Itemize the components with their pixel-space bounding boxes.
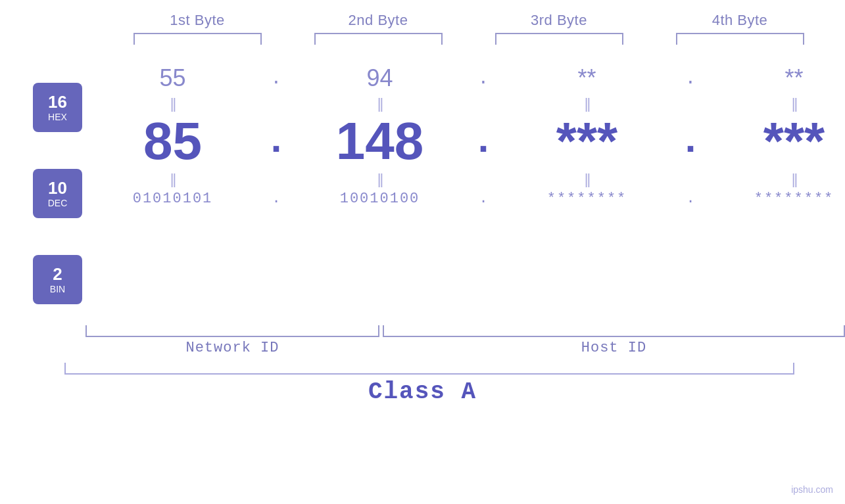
bin-b3-value: ******** bbox=[547, 191, 627, 207]
eq1-b2-sign: || bbox=[377, 95, 382, 112]
dec-badge-number: 10 bbox=[48, 179, 67, 198]
bin-b1-cell: 01010101 bbox=[82, 191, 263, 207]
byte4-bracket-top bbox=[676, 33, 804, 45]
main-area: 16 HEX 10 DEC 2 BIN 55 . 94 bbox=[0, 45, 845, 323]
header-row: 1st Byte 2nd Byte 3rd Byte 4th Byte bbox=[0, 12, 845, 45]
eq1-b4: || bbox=[704, 95, 845, 112]
eq1-b3-sign: || bbox=[585, 95, 589, 112]
labels-row: Network ID Host ID bbox=[0, 340, 845, 356]
bottom-bracket-row bbox=[0, 325, 845, 337]
eq1-b4-sign: || bbox=[792, 95, 796, 112]
hex-dot3: . bbox=[677, 68, 704, 89]
eq2-b1-sign: || bbox=[170, 171, 175, 188]
bin-b4-value: ******** bbox=[754, 191, 834, 207]
bin-b2-value: 10010100 bbox=[340, 191, 420, 207]
dec-dot2: . bbox=[470, 119, 496, 164]
watermark: ipshu.com bbox=[791, 484, 833, 495]
hex-dot1: . bbox=[263, 68, 289, 89]
eq2-b3: || bbox=[496, 171, 677, 188]
eq1-b2: || bbox=[289, 95, 470, 112]
bin-dot2: . bbox=[470, 191, 496, 207]
network-id-label: Network ID bbox=[85, 340, 379, 356]
byte2-col: 2nd Byte bbox=[288, 12, 469, 45]
network-bracket bbox=[85, 325, 379, 337]
dec-b2-cell: 148 bbox=[289, 115, 470, 168]
values-grid: 55 . 94 . ** . ** || bbox=[82, 45, 845, 323]
dec-b3-cell: *** bbox=[496, 115, 677, 168]
dec-b2-value: 148 bbox=[336, 115, 423, 168]
eq2-b1: || bbox=[82, 171, 263, 188]
byte2-label: 2nd Byte bbox=[349, 12, 408, 29]
hex-badge-number: 16 bbox=[48, 93, 67, 112]
badge-col: 16 HEX 10 DEC 2 BIN bbox=[33, 45, 82, 323]
hex-b2-cell: 94 bbox=[289, 64, 470, 92]
dec-b1-value: 85 bbox=[143, 115, 202, 168]
eq2-b4-sign: || bbox=[792, 171, 796, 188]
eq2-b4: || bbox=[704, 171, 845, 188]
eq2-b2-sign: || bbox=[377, 171, 382, 188]
class-section: Class A bbox=[0, 363, 845, 405]
eq2-b3-sign: || bbox=[585, 171, 589, 188]
byte4-label: 4th Byte bbox=[712, 12, 768, 29]
bin-b1-value: 01010101 bbox=[133, 191, 213, 207]
bin-dot1: . bbox=[263, 191, 289, 207]
dec-badge: 10 DEC bbox=[33, 169, 82, 218]
class-bracket bbox=[64, 363, 794, 375]
hex-dot2: . bbox=[470, 68, 496, 89]
byte1-bracket-top bbox=[133, 33, 262, 45]
dec-b4-value: *** bbox=[763, 115, 825, 168]
dec-b4-cell: *** bbox=[704, 115, 845, 168]
hex-b4-cell: ** bbox=[704, 64, 845, 92]
eq1-b1-sign: || bbox=[170, 95, 175, 112]
eq1-b3: || bbox=[496, 95, 677, 112]
eq2-b2: || bbox=[289, 171, 470, 188]
bin-badge-number: 2 bbox=[53, 265, 62, 284]
bin-b2-cell: 10010100 bbox=[289, 191, 470, 207]
hex-badge-unit: HEX bbox=[48, 112, 67, 122]
byte2-bracket-top bbox=[314, 33, 443, 45]
dec-b1-cell: 85 bbox=[82, 115, 263, 168]
byte3-bracket-top bbox=[495, 33, 623, 45]
hex-b1-value: 55 bbox=[159, 64, 185, 92]
dec-badge-unit: DEC bbox=[48, 198, 68, 208]
dec-value-row: 85 . 148 . *** . *** bbox=[82, 115, 845, 168]
byte1-label: 1st Byte bbox=[170, 12, 224, 29]
bin-badge: 2 BIN bbox=[33, 255, 82, 304]
class-label: Class A bbox=[368, 378, 477, 405]
host-bracket bbox=[383, 325, 845, 337]
bin-b4-cell: ******** bbox=[704, 191, 845, 207]
hex-b1-cell: 55 bbox=[82, 64, 263, 92]
byte3-label: 3rd Byte bbox=[531, 12, 587, 29]
hex-b3-value: ** bbox=[577, 64, 596, 92]
equals-row-2: || || || || bbox=[82, 168, 845, 191]
main-container: 1st Byte 2nd Byte 3rd Byte 4th Byte 16 H… bbox=[0, 0, 845, 504]
eq1-b1: || bbox=[82, 95, 263, 112]
bin-dot3: . bbox=[677, 191, 704, 207]
bin-badge-unit: BIN bbox=[50, 284, 65, 294]
dec-dot1: . bbox=[263, 119, 289, 164]
dec-dot3: . bbox=[677, 119, 704, 164]
bin-value-row: 01010101 . 10010100 . ******** . *******… bbox=[82, 191, 845, 207]
hex-value-row: 55 . 94 . ** . ** bbox=[82, 64, 845, 92]
bin-b3-cell: ******** bbox=[496, 191, 677, 207]
host-id-label: Host ID bbox=[383, 340, 845, 356]
byte4-col: 4th Byte bbox=[650, 12, 831, 45]
byte3-col: 3rd Byte bbox=[469, 12, 650, 45]
hex-b2-value: 94 bbox=[366, 64, 393, 92]
hex-badge: 16 HEX bbox=[33, 83, 82, 132]
byte1-col: 1st Byte bbox=[107, 12, 288, 45]
dec-b3-value: *** bbox=[556, 115, 617, 168]
hex-b3-cell: ** bbox=[496, 64, 677, 92]
hex-b4-value: ** bbox=[785, 64, 803, 92]
